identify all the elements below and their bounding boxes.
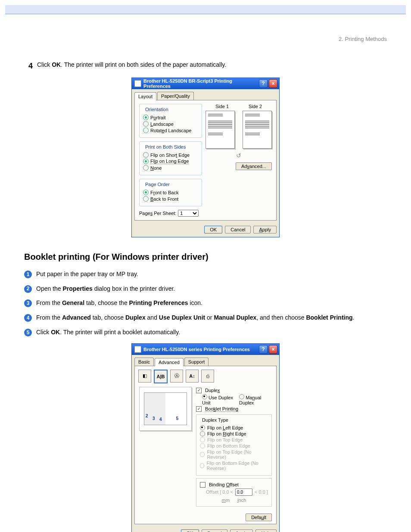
radio-landscape[interactable]: Landscape bbox=[143, 121, 198, 127]
ok-button[interactable]: OK bbox=[204, 226, 222, 233]
radio-icon bbox=[143, 121, 149, 127]
step-3-bold1: General bbox=[62, 299, 84, 306]
radio-flip-bottom: Flip on Bottom Edge bbox=[200, 443, 268, 448]
radio-icon bbox=[200, 437, 205, 442]
toolbar-icon-1[interactable]: ◧ bbox=[138, 370, 151, 383]
step-1-text: Put paper in the paper tray or MP tray. bbox=[36, 270, 387, 279]
radio-manual-duplex[interactable]: Manual Duplex bbox=[239, 394, 272, 405]
step-5: 5 Click OK. The printer will print a boo… bbox=[24, 328, 387, 337]
apply-button[interactable]: Apply bbox=[230, 529, 253, 532]
offset-post: < 0.0 ] bbox=[255, 489, 268, 495]
radio-dot-icon bbox=[202, 394, 207, 399]
radio-mm[interactable]: mm bbox=[222, 498, 230, 503]
step-3: 3 From the General tab, choose the Print… bbox=[24, 299, 387, 308]
radio-dot-icon bbox=[143, 159, 149, 164]
step-3-badge: 3 bbox=[24, 299, 32, 307]
toolbar-duplex-icon[interactable]: A|B bbox=[154, 370, 168, 383]
radio-front-to-back[interactable]: Front to Back bbox=[143, 190, 198, 195]
radio-portrait[interactable]: Portrait bbox=[143, 115, 198, 120]
checkbox-booklet-printing[interactable]: Booklet Printing bbox=[196, 406, 272, 412]
radio-use-duplex-unit[interactable]: Use Duplex Unit bbox=[202, 394, 237, 405]
dialog1-body: Orientation Portrait Landscape Rotated L… bbox=[134, 100, 277, 221]
radio-dot-icon bbox=[200, 425, 205, 430]
step-2-badge: 2 bbox=[24, 285, 32, 293]
check-icon bbox=[200, 482, 206, 488]
step-5-pre: Click bbox=[36, 329, 51, 336]
side2-label: Side 2 bbox=[249, 104, 262, 109]
radio-flip-long[interactable]: Flip on Long Edge bbox=[143, 159, 198, 164]
tab-advanced[interactable]: Advanced bbox=[155, 358, 184, 366]
pages-per-sheet: Pages Per Sheet: 1 bbox=[139, 210, 202, 217]
step-5-post: . The printer will print a booklet autom… bbox=[60, 329, 180, 336]
t: . bbox=[353, 314, 355, 321]
dialog2-tabs: Basic Advanced Support bbox=[132, 355, 279, 366]
side-labels: Side 1 Side 2 bbox=[206, 104, 272, 109]
dialog-printing-prefs-1: Brother HL-5250DN BR-Script3 Printing Pr… bbox=[131, 78, 280, 237]
help-icon[interactable]: ? bbox=[259, 345, 268, 354]
advanced-button[interactable]: Advanced... bbox=[236, 162, 272, 170]
radio-flip-right[interactable]: Flip on Right Edge bbox=[200, 431, 268, 436]
pages-per-sheet-select[interactable]: 1 bbox=[178, 210, 199, 217]
step-2-bold: Properties bbox=[63, 285, 93, 292]
ok-button[interactable]: OK bbox=[181, 529, 199, 532]
radio-flip-left[interactable]: Flip on Left Edge bbox=[200, 425, 268, 430]
cancel-button[interactable]: Cancel bbox=[202, 529, 227, 532]
close-icon[interactable]: × bbox=[269, 345, 277, 354]
default-button[interactable]: Default bbox=[246, 513, 272, 521]
step-4: 4 Click OK. The printer will print on bo… bbox=[24, 60, 387, 72]
step-3-mid: tab, choose the bbox=[84, 299, 129, 306]
radio-icon bbox=[200, 431, 205, 436]
dialog1-buttons: OK Cancel Apply bbox=[132, 223, 279, 237]
step-5-bold: OK bbox=[51, 329, 60, 336]
step-3-post: icon. bbox=[188, 299, 202, 306]
checkbox-binding-offset[interactable]: Binding Offset bbox=[200, 482, 268, 488]
toolbar: ◧ A|B Ⓐ A↕ ⎙ bbox=[135, 366, 276, 387]
radio-none[interactable]: None bbox=[143, 165, 198, 171]
t: or bbox=[205, 314, 214, 321]
steps-list: 1 Put paper in the paper tray or MP tray… bbox=[24, 270, 387, 337]
preview-page-2 bbox=[243, 111, 272, 149]
pages-per-sheet-label: Pages Per Sheet: bbox=[139, 211, 176, 216]
tab-paper-quality[interactable]: Paper/Quality bbox=[157, 92, 194, 100]
tab-basic[interactable]: Basic bbox=[134, 358, 154, 366]
dialog1-right-col: Side 1 Side 2 ↺ bbox=[206, 104, 272, 217]
group-page-order: Page Order Front to Back Back to Front bbox=[139, 179, 202, 206]
radio-rotated-landscape[interactable]: Rotated Landscape bbox=[143, 128, 198, 133]
step-4b-badge: 4 bbox=[24, 314, 32, 322]
dialog1-title: Brother HL-5250DN BR-Script3 Printing Pr… bbox=[143, 78, 258, 89]
toolbar-pagesetting-icon[interactable]: A↕ bbox=[186, 370, 199, 383]
printer-icon bbox=[134, 346, 141, 353]
check-icon bbox=[196, 388, 202, 393]
apply-button[interactable]: Apply bbox=[253, 226, 277, 233]
help-icon[interactable]: ? bbox=[259, 79, 268, 88]
dialog2-titlebar: Brother HL-5250DN series Printing Prefer… bbox=[132, 344, 279, 355]
flip-arrow-icon: ↺ bbox=[206, 152, 272, 159]
tab-support[interactable]: Support bbox=[184, 358, 209, 366]
radio-flip-top-nr: Flip on Top Edge (No Reverse) bbox=[200, 449, 268, 460]
dialog2-body: ◧ A|B Ⓐ A↕ ⎙ 2 3 4 5 Duplex Use Duplex U… bbox=[134, 366, 277, 524]
tab-layout[interactable]: Layout bbox=[134, 92, 156, 100]
checkbox-duplex[interactable]: Duplex bbox=[196, 388, 272, 393]
preview-row bbox=[206, 111, 272, 149]
printer-icon bbox=[134, 80, 141, 87]
radio-back-to-front[interactable]: Back to Front bbox=[143, 196, 198, 202]
radio-flip-top: Flip on Top Edge bbox=[200, 437, 268, 442]
page: 2. Printing Methods 4 Click OK. The prin… bbox=[24, 36, 387, 532]
group-duplex-type: Duplex Type Flip on Left Edge Flip on Ri… bbox=[196, 414, 272, 476]
dialog1-titlebar: Brother HL-5250DN BR-Script3 Printing Pr… bbox=[132, 78, 279, 89]
duplex-type-title: Duplex Type bbox=[201, 417, 230, 423]
toolbar-device-icon[interactable]: ⎙ bbox=[201, 370, 214, 383]
close-icon[interactable]: × bbox=[269, 79, 277, 88]
radio-flip-bottom-nr: Flip on Bottom Edge (No Reverse) bbox=[200, 460, 268, 471]
radio-inch[interactable]: inch bbox=[237, 498, 246, 503]
group-orientation-title: Orientation bbox=[144, 107, 170, 112]
booklet-preview: 2 3 4 5 bbox=[139, 387, 192, 431]
toolbar-watermark-icon[interactable]: Ⓐ bbox=[170, 370, 183, 383]
group-binding-offset: Binding Offset Offset [ 0.0 < < 0.0 ] mm… bbox=[196, 478, 272, 507]
help-button[interactable]: Help bbox=[255, 529, 277, 532]
step-4-bold: OK bbox=[52, 61, 61, 68]
offset-input[interactable] bbox=[235, 488, 252, 496]
step-2-pre: Open the bbox=[36, 285, 63, 292]
cancel-button[interactable]: Cancel bbox=[225, 226, 251, 233]
radio-flip-short[interactable]: Flip on Short Edge bbox=[143, 152, 198, 158]
